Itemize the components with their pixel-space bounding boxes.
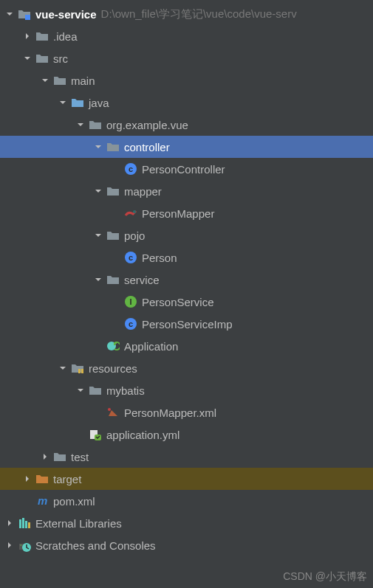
class-icon: c (124, 251, 137, 264)
svg-text:c: c (129, 253, 133, 262)
class-icon: c (124, 162, 137, 176)
tree-node-label: mybatis (106, 384, 145, 397)
pom-icon: m (35, 494, 49, 508)
chevron-down-icon[interactable] (22, 53, 32, 63)
tree-node-label: mapper (124, 185, 162, 198)
svg-text:m: m (38, 494, 47, 507)
chevron-down-icon[interactable] (93, 274, 103, 285)
svg-rect-19 (25, 521, 27, 528)
tree-node-label: org.example.vue (106, 119, 188, 131)
tree-node-pm[interactable]: PersonMapper (0, 202, 373, 224)
tree-node-label: vue-service (35, 8, 97, 21)
res-folder-icon (71, 362, 84, 375)
tree-node-label: test (71, 451, 89, 463)
chevron-down-icon[interactable] (4, 9, 15, 19)
tree-node-label: External Libraries (35, 517, 122, 530)
chevron-down-icon[interactable] (75, 385, 86, 395)
tree-node-label: pom.xml (53, 495, 95, 508)
interface-icon: I (124, 295, 137, 308)
chevron-down-icon[interactable] (75, 120, 86, 130)
chevron-down-icon[interactable] (58, 97, 68, 108)
tree-node-label: target (53, 473, 81, 485)
svg-rect-0 (25, 15, 30, 20)
tree-node-label: main (71, 75, 95, 87)
tree-node-pojo[interactable]: pojo (0, 224, 373, 246)
tree-node-service[interactable]: service (0, 269, 373, 291)
tree-node-scratch[interactable]: Scratches and Consoles (0, 534, 373, 556)
svg-rect-18 (22, 518, 24, 528)
tree-node-label: .idea (53, 30, 78, 43)
tree-node-ext[interactable]: External Libraries (0, 512, 373, 534)
tree-node-ps[interactable]: IPersonService (0, 291, 373, 313)
app-icon (106, 339, 120, 353)
libs-icon (18, 516, 31, 530)
package-icon (106, 229, 120, 242)
tree-node-appyml[interactable]: application.yml (0, 423, 373, 446)
tree-node-psi[interactable]: cPersonServiceImp (0, 313, 373, 335)
chevron-down-icon[interactable] (40, 75, 50, 86)
chevron-right-icon[interactable] (40, 452, 50, 462)
tree-node-label: src (53, 52, 68, 65)
tree-node-target[interactable]: target (0, 468, 373, 490)
tree-node-label: Application (124, 340, 178, 353)
tree-node-mybatis[interactable]: mybatis (0, 379, 373, 401)
tree-node-label: PersonController (142, 163, 225, 176)
src-folder-icon (71, 96, 84, 109)
chevron-right-icon[interactable] (22, 31, 32, 41)
project-path: D:\own_file\学习笔记\vue\code\vue-serv (101, 7, 297, 21)
tree-node-root[interactable]: vue-serviceD:\own_file\学习笔记\vue\code\vue… (0, 3, 373, 25)
tree-node-java[interactable]: java (0, 91, 373, 114)
xml-icon (106, 406, 120, 419)
folder-icon (53, 450, 66, 463)
chevron-down-icon[interactable] (93, 230, 103, 241)
svg-rect-17 (19, 519, 21, 528)
chevron-right-icon[interactable] (4, 540, 15, 550)
svg-point-13 (108, 408, 111, 411)
tree-node-main[interactable]: main (0, 69, 373, 91)
tree-node-pc[interactable]: cPersonController (0, 158, 373, 180)
svg-rect-20 (28, 522, 30, 528)
chevron-right-icon[interactable] (22, 474, 32, 484)
package-icon (106, 140, 120, 153)
svg-text:I: I (129, 297, 131, 306)
svg-rect-11 (78, 369, 81, 373)
tree-node-label: resources (89, 362, 137, 375)
tree-node-label: service (124, 274, 160, 286)
chevron-right-icon[interactable] (4, 518, 15, 528)
chevron-down-icon[interactable] (58, 363, 68, 373)
watermark: CSDN @小天博客 (283, 570, 367, 584)
tree-node-label: Scratches and Consoles (35, 539, 156, 552)
tree-node-label: PersonServiceImp (142, 318, 233, 331)
svg-rect-12 (81, 369, 83, 373)
yml-icon (89, 428, 102, 441)
tree-node-label: PersonService (142, 296, 214, 308)
tree-node-test[interactable]: test (0, 446, 373, 468)
folder-icon (35, 30, 49, 43)
mapper-icon (124, 207, 137, 220)
folder-icon (53, 74, 66, 87)
tree-node-person[interactable]: cPerson (0, 246, 373, 269)
svg-point-3 (133, 210, 136, 213)
tree-node-mapper[interactable]: mapper (0, 180, 373, 202)
tree-node-label: application.yml (106, 429, 179, 441)
svg-text:c: c (129, 319, 133, 328)
tree-node-label: pojo (124, 229, 145, 242)
target-folder-icon (35, 472, 49, 485)
tree-node-app[interactable]: Application (0, 335, 373, 357)
tree-node-controller[interactable]: controller (0, 136, 373, 158)
project-folder-icon (18, 7, 31, 21)
tree-node-label: controller (124, 141, 170, 153)
chevron-down-icon[interactable] (93, 142, 103, 152)
tree-node-idea[interactable]: .idea (0, 25, 373, 47)
folder-icon (35, 52, 49, 65)
tree-node-pmxml[interactable]: PersonMapper.xml (0, 401, 373, 423)
tree-node-src[interactable]: src (0, 47, 373, 69)
package-icon (106, 273, 120, 286)
tree-node-resources[interactable]: resources (0, 357, 373, 379)
tree-node-pkg[interactable]: org.example.vue (0, 114, 373, 136)
project-tree: vue-serviceD:\own_file\学习笔记\vue\code\vue… (0, 0, 373, 556)
tree-node-label: Person (142, 252, 177, 264)
svg-text:c: c (129, 165, 133, 173)
chevron-down-icon[interactable] (93, 186, 103, 196)
tree-node-pom[interactable]: mpom.xml (0, 490, 373, 512)
